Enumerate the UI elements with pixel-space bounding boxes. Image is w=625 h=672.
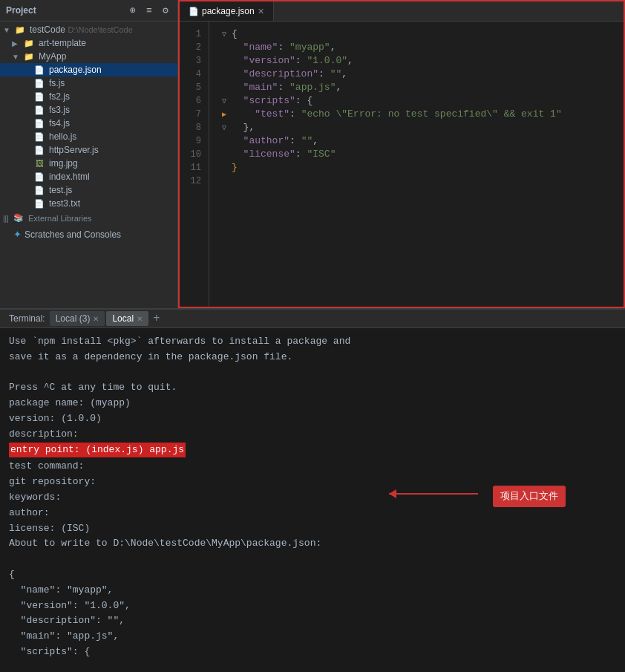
fold-5 xyxy=(218,82,230,94)
tab-close-icon[interactable]: ✕ xyxy=(258,7,264,16)
term-line-20: "main": "app.js", xyxy=(9,629,616,645)
code-line-12 xyxy=(218,174,615,188)
term-line-2: save it as a dependency in the package.j… xyxy=(9,350,616,365)
code-line-10: "license": "ISC" xyxy=(218,148,615,161)
fold-6[interactable]: ▽ xyxy=(218,95,230,107)
code-line-5: "main": "app.js", xyxy=(218,81,615,94)
editor-content: 1 2 3 4 5 6 7 8 9 10 11 12 ▽ xyxy=(180,22,624,307)
tab-package-json[interactable]: 📄 package.json ✕ xyxy=(180,1,274,21)
line-num-7: 7 xyxy=(183,108,206,121)
index-html-label: index.html xyxy=(49,172,90,182)
tree-myapp[interactable]: ▼ 📁 MyApp xyxy=(0,50,177,63)
terminal-label: Terminal: xyxy=(6,312,48,325)
art-template-label: art-template xyxy=(39,38,86,48)
tree-test3-txt[interactable]: 📄 test3.txt xyxy=(0,197,177,210)
hello-js-label: hello.js xyxy=(49,131,76,142)
tree-fs-js[interactable]: 📄 fs.js xyxy=(0,76,177,90)
httpserver-js-icon: 📄 xyxy=(33,145,46,155)
code-line-7: ▶ "test": "echo \"Error: no test specifi… xyxy=(218,108,615,121)
fs3-js-label: fs3.js xyxy=(49,105,70,115)
tree-art-template[interactable]: ▶ 📁 art-template xyxy=(0,36,177,50)
term-line-5: package name: (myapp) xyxy=(9,396,616,411)
term-line-17: "name": "myapp", xyxy=(9,583,616,598)
line-num-5: 5 xyxy=(183,81,206,94)
tree-test-js[interactable]: 📄 test.js xyxy=(0,183,177,197)
root-label: testCode D:\Node\testCode xyxy=(30,25,133,35)
tree-hello-js[interactable]: 📄 hello.js xyxy=(0,130,177,143)
fold-4 xyxy=(218,68,230,80)
tab-json-icon: 📄 xyxy=(189,7,199,16)
sidebar: Project ⊕ ≡ ⚙ ▼ 📁 testCode D:\Node\testC… xyxy=(0,0,178,308)
fold-10 xyxy=(218,149,230,160)
term-line-16: { xyxy=(9,567,616,583)
tab-label: package.json xyxy=(202,6,255,16)
terminal-body[interactable]: Use `npm install <pkg>` afterwards to in… xyxy=(0,328,625,672)
test-js-label: test.js xyxy=(49,185,72,195)
scratches-label: Scratches and Consoles xyxy=(24,229,121,240)
term-line-3 xyxy=(9,365,616,381)
external-libraries[interactable]: ||| 📚 External Libraries xyxy=(0,210,177,226)
fold-7[interactable]: ▶ xyxy=(218,108,230,120)
code-line-9: "author": "", xyxy=(218,134,615,148)
sidebar-icon-gear[interactable]: ⚙ xyxy=(160,4,171,16)
term-line-8-highlighted: entry point: (index.js) app.js xyxy=(9,443,186,458)
fold-2 xyxy=(218,42,230,53)
line-num-4: 4 xyxy=(183,68,206,81)
tree-img-jpg[interactable]: 🖼 img.jpg xyxy=(0,157,177,170)
tree-fs3-js[interactable]: 📄 fs3.js xyxy=(0,103,177,117)
fold-11 xyxy=(218,162,230,174)
sidebar-icon-scope[interactable]: ⊕ xyxy=(127,4,139,16)
fs4-js-icon: 📄 xyxy=(33,118,46,128)
tree-httpserver-js[interactable]: 📄 httpServer.js xyxy=(0,143,177,157)
line-num-9: 9 xyxy=(183,134,206,148)
term-line-9: test command: xyxy=(9,459,616,474)
project-title: Project xyxy=(6,5,122,16)
line-num-10: 10 xyxy=(183,148,206,161)
fs2-js-icon: 📄 xyxy=(33,91,46,102)
fs4-js-label: fs4.js xyxy=(49,118,70,128)
code-area[interactable]: ▽ { "name": "myapp", "version": "1.0.0", xyxy=(209,22,624,307)
line-num-12: 12 xyxy=(183,174,206,188)
code-line-2: "name": "myapp", xyxy=(218,41,615,54)
terminal-add-button[interactable]: + xyxy=(150,312,163,325)
external-libraries-label: External Libraries xyxy=(28,214,92,223)
httpserver-js-label: httpServer.js xyxy=(49,145,99,155)
fold-1[interactable]: ▽ xyxy=(218,28,230,40)
tree-fs4-js[interactable]: 📄 fs4.js xyxy=(0,117,177,130)
tree-index-html[interactable]: 📄 index.html xyxy=(0,170,177,183)
fold-3 xyxy=(218,55,230,67)
code-line-3: "version": "1.0.0", xyxy=(218,54,615,68)
fold-9 xyxy=(218,135,230,147)
fs-js-icon: 📄 xyxy=(33,78,46,88)
root-folder-icon: 📁 xyxy=(13,25,27,35)
scratches-and-consoles[interactable]: ✦ Scratches and Consoles xyxy=(0,226,177,242)
term-line-12: author: xyxy=(9,506,616,521)
code-line-6: ▽ "scripts": { xyxy=(218,94,615,108)
code-line-1: ▽ { xyxy=(218,27,615,41)
term-line-13: license: (ISC) xyxy=(9,521,616,537)
terminal-tab-local[interactable]: Local ✕ xyxy=(106,311,148,326)
top-section: Project ⊕ ≡ ⚙ ▼ 📁 testCode D:\Node\testC… xyxy=(0,0,625,308)
tree-root[interactable]: ▼ 📁 testCode D:\Node\testCode xyxy=(0,23,177,36)
term-line-4: Press ^C at any time to quit. xyxy=(9,380,616,396)
sidebar-icon-layout[interactable]: ≡ xyxy=(143,4,155,16)
local3-close[interactable]: ✕ xyxy=(93,315,99,323)
line-num-2: 2 xyxy=(183,41,206,54)
hello-js-icon: 📄 xyxy=(33,131,46,142)
main-container: Project ⊕ ≡ ⚙ ▼ 📁 testCode D:\Node\testC… xyxy=(0,0,625,672)
local3-label: Local (3) xyxy=(56,313,91,324)
fold-8[interactable]: ▽ xyxy=(218,122,230,134)
term-line-6: version: (1.0.0) xyxy=(9,411,616,427)
line-num-8: 8 xyxy=(183,121,206,134)
local-label: Local xyxy=(112,313,134,324)
term-line-8-container: entry point: (index.js) app.js xyxy=(9,443,186,458)
scratches-icon: ✦ xyxy=(13,229,22,240)
test-js-icon: 📄 xyxy=(33,185,46,195)
code-line-8: ▽ }, xyxy=(218,121,615,134)
local-close[interactable]: ✕ xyxy=(137,315,143,323)
annotation-box: 项目入口文件 xyxy=(493,486,566,507)
terminal-tab-local3[interactable]: Local (3) ✕ xyxy=(50,311,105,326)
term-line-18: "version": "1.0.0", xyxy=(9,598,616,614)
tree-fs2-js[interactable]: 📄 fs2.js xyxy=(0,90,177,103)
tree-package-json[interactable]: 📄 package.json xyxy=(0,63,177,76)
